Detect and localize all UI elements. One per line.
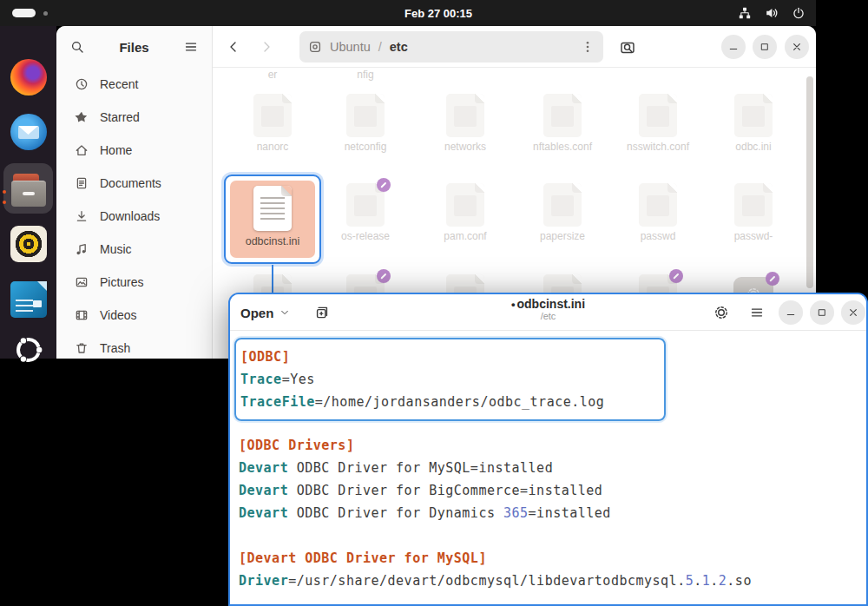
sidebar-item-home[interactable]: Home (56, 134, 212, 167)
search-icon[interactable] (70, 40, 84, 54)
file-name: odbc.ini (713, 142, 794, 153)
workspace-indicator-inactive[interactable] (43, 11, 48, 16)
search-button[interactable] (614, 34, 641, 62)
home-icon (75, 143, 89, 157)
file-label-partial[interactable]: er (224, 69, 321, 81)
files-scrollbar[interactable] (806, 76, 813, 288)
sidebar-item-downloads[interactable]: Downloads (56, 200, 212, 233)
file-icon (639, 94, 677, 137)
forward-icon (260, 40, 273, 54)
sidebar-item-trash[interactable]: Trash (56, 332, 212, 359)
path-bar[interactable]: Ubuntu / etc (299, 31, 603, 63)
sidebar-item-recent[interactable]: Recent (56, 68, 212, 101)
dock-item-files[interactable] (9, 169, 48, 208)
file-icon (253, 94, 292, 137)
star-icon (75, 110, 89, 124)
open-button[interactable]: Open (240, 300, 290, 325)
file-name: os-release (325, 231, 406, 242)
volume-icon[interactable] (765, 6, 779, 20)
sidebar-item-label: Documents (100, 176, 161, 190)
editor-text-area[interactable]: [ODBC]Trace=YesTraceFile=/home/jordansan… (230, 331, 866, 604)
film-icon (75, 308, 89, 322)
power-icon[interactable] (792, 6, 806, 20)
editor-close-button[interactable] (841, 300, 865, 325)
editor-menu-icon[interactable] (750, 306, 764, 319)
sidebar-item-label: Recent (100, 77, 138, 91)
clock[interactable]: Feb 27 00:15 (404, 0, 472, 26)
editor-title: •odbcinst.ini /etc (511, 297, 585, 321)
file-tile-selected[interactable]: odbcinst.ini (224, 175, 321, 264)
files-sidebar-list: RecentStarredHomeDocumentsDownloadsMusic… (56, 68, 212, 359)
gear-icon[interactable] (713, 305, 729, 320)
sidebar-item-music[interactable]: Music (56, 233, 212, 266)
dock-item-firefox[interactable] (9, 57, 48, 96)
path-separator: / (378, 40, 382, 54)
rhythmbox-icon (10, 226, 47, 262)
file-icon (346, 183, 385, 227)
files-icon (10, 172, 48, 207)
dock-item-ubuntu[interactable] (9, 330, 48, 369)
file-tile[interactable]: odbc.ini (705, 85, 802, 153)
file-selection-highlight: odbcinst.ini (230, 181, 315, 258)
files-minimize-button[interactable] (721, 35, 746, 59)
dock (0, 26, 56, 359)
file-tile[interactable]: pam.conf (417, 175, 514, 242)
file-icon (346, 94, 385, 137)
path-segment-drive[interactable]: Ubuntu (330, 40, 371, 54)
sidebar-item-starred[interactable]: Starred (56, 101, 212, 134)
hamburger-menu-icon[interactable] (184, 40, 198, 54)
back-icon (227, 40, 240, 54)
file-icon (734, 183, 773, 227)
text-block: [Devart ODBC Driver for MySQL]Driver=/us… (239, 547, 866, 592)
files-headerbar: Ubuntu / etc (213, 26, 816, 68)
file-icon (543, 94, 582, 137)
dock-item-rhythmbox[interactable] (9, 224, 48, 263)
file-tile[interactable]: networks (417, 85, 514, 153)
dock-item-libreoffice[interactable] (9, 280, 48, 319)
system-status-area[interactable] (738, 0, 806, 26)
file-name: passwd- (713, 231, 794, 242)
editor-headerbar: Open •odbcinst.ini /etc (230, 294, 866, 331)
files-app-title: Files (84, 40, 184, 55)
file-tile[interactable]: netconfig (317, 85, 414, 153)
file-icon (639, 183, 677, 227)
symlink-emblem-icon (377, 269, 391, 283)
file-name: nanorc (232, 142, 313, 153)
file-tile[interactable]: nanorc (224, 85, 321, 153)
music-icon (75, 242, 89, 256)
file-tile[interactable]: nftables.conf (514, 85, 611, 153)
forward-button[interactable] (253, 33, 280, 61)
workspace-indicator-active[interactable] (12, 9, 36, 17)
running-indicator-dots (3, 183, 6, 211)
file-label-partial[interactable]: nfig (317, 69, 414, 81)
sidebar-item-label: Videos (100, 308, 137, 322)
sidebar-item-label: Pictures (100, 275, 144, 289)
path-segment-current[interactable]: etc (390, 40, 408, 54)
code-line: Devart ODBC Driver for MySQL=installed (239, 457, 866, 479)
files-sidebar-header: Files (56, 26, 212, 68)
editor-minimize-button[interactable] (779, 300, 803, 325)
path-menu-icon[interactable] (581, 40, 595, 54)
network-icon[interactable] (738, 6, 752, 20)
file-icon (446, 94, 484, 137)
files-close-button[interactable] (785, 35, 809, 59)
back-button[interactable] (220, 33, 247, 61)
desktop: Feb 27 00:15 Files RecentStarredHomeDocu… (0, 0, 868, 606)
file-tile[interactable]: os-release (317, 175, 414, 242)
file-tile[interactable]: nsswitch.conf (609, 85, 707, 153)
top-bar: Feb 27 00:15 (0, 0, 816, 26)
files-maximize-button[interactable] (753, 35, 777, 59)
libreoffice-icon (10, 281, 47, 318)
text-block: [ODBC Drivers]Devart ODBC Driver for MyS… (239, 434, 866, 524)
file-tile[interactable]: passwd- (705, 175, 802, 242)
editor-maximize-button[interactable] (810, 300, 834, 325)
dock-item-thunderbird[interactable] (9, 112, 48, 151)
symlink-emblem-icon (766, 272, 779, 286)
sidebar-item-videos[interactable]: Videos (56, 299, 212, 332)
new-tab-icon[interactable] (314, 305, 330, 320)
file-tile[interactable]: passwd (609, 175, 707, 242)
sidebar-item-documents[interactable]: Documents (56, 167, 212, 200)
sidebar-item-pictures[interactable]: Pictures (56, 266, 212, 299)
code-line: [ODBC Drivers] (239, 434, 866, 457)
file-tile[interactable]: papersize (514, 175, 611, 242)
